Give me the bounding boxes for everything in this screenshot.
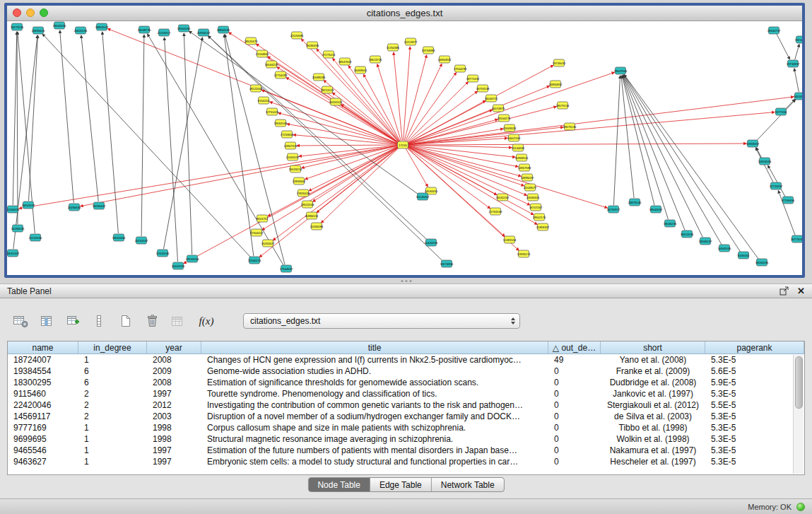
network-node[interactable]: 18542037 [649, 206, 663, 213]
network-node[interactable]: 12867315 [284, 142, 298, 149]
network-node[interactable]: 14895037 [521, 174, 534, 181]
tab-node-table[interactable]: Node Table [308, 478, 370, 491]
network-node[interactable]: 17826428 [297, 189, 310, 197]
network-node[interactable]: 19274936 [440, 260, 454, 267]
float-panel-icon[interactable] [779, 286, 789, 296]
tab-network-table[interactable]: Network Table [432, 478, 504, 491]
table-row[interactable]: 946362711997Embryonic stem cells: a mode… [8, 456, 804, 467]
network-node[interactable]: 16180335 [306, 42, 319, 49]
network-node[interactable]: 18675136 [563, 123, 577, 130]
network-node[interactable]: 20620194 [74, 27, 88, 34]
network-node[interactable]: 19734983 [422, 47, 435, 54]
network-node[interactable]: 22754183 [274, 71, 288, 78]
network-node[interactable]: 24850831 [438, 56, 452, 63]
table-mode-icon[interactable] [11, 313, 30, 329]
network-node[interactable]: 20402035 [172, 262, 185, 269]
network-node[interactable]: 16469501 [354, 66, 367, 74]
network-node[interactable]: 9277434 [775, 108, 787, 115]
network-node[interactable]: 12481554 [503, 236, 517, 243]
network-node[interactable]: 20984131 [305, 212, 319, 219]
network-node[interactable]: 21222036 [29, 234, 42, 241]
network-node[interactable]: 10969515 [515, 154, 529, 161]
column-header[interactable]: △ out_de… [548, 341, 601, 354]
network-node[interactable]: 10594325 [526, 194, 540, 201]
network-node[interactable]: 17705456 [782, 197, 795, 204]
network-node[interactable]: 18520473 [245, 37, 258, 45]
network-node[interactable]: 18412036 [681, 230, 694, 238]
network-node[interactable]: 16261527 [329, 98, 343, 105]
table-row[interactable]: 946554611997Estimation of the future num… [8, 445, 804, 456]
network-node[interactable]: 20089185 [312, 74, 326, 81]
network-node[interactable]: 19052035 [755, 259, 769, 266]
network-node[interactable]: 10442035 [425, 239, 438, 246]
column-header[interactable]: title [201, 341, 548, 354]
network-node[interactable]: 9613757 [257, 215, 269, 222]
network-node[interactable]: 16753138 [476, 85, 490, 92]
window-close-button[interactable] [13, 8, 21, 17]
table-row[interactable]: 1830029562008Estimation of significance … [8, 377, 804, 388]
network-node[interactable]: 19734937 [787, 60, 800, 67]
network-node[interactable]: 12835274 [517, 250, 531, 257]
network-node[interactable]: 19051636 [112, 234, 126, 241]
network-node[interactable]: 16044721 [485, 95, 498, 102]
network-node[interactable]: 19342036 [177, 25, 191, 32]
network-node[interactable]: 18771432 [466, 75, 480, 82]
network-node[interactable]: 21763169 [489, 208, 502, 215]
network-node[interactable]: 19033213 [289, 165, 302, 173]
network-node[interactable]: 19062034 [274, 119, 288, 127]
network-node[interactable]: 18547609 [339, 58, 352, 65]
network-node[interactable]: 16791977 [607, 206, 620, 213]
column-header[interactable]: name [8, 341, 78, 354]
network-node[interactable]: 17304412 [250, 229, 264, 236]
network-node[interactable]: 18842035 [217, 26, 230, 33]
table-selector-dropdown[interactable]: citations_edges.txt [243, 313, 520, 329]
network-node[interactable]: 18212013 [321, 86, 334, 93]
network-node[interactable]: 18575134 [556, 102, 570, 109]
network-node[interactable]: 21203317 [158, 29, 171, 36]
network-node[interactable]: 20260634 [68, 204, 81, 211]
network-node[interactable]: 10942035 [718, 245, 731, 252]
network-node[interactable]: 19042036 [53, 22, 66, 29]
network-node[interactable]: 15263427 [261, 240, 275, 247]
network-node[interactable]: 20833426 [32, 27, 45, 34]
window-zoom-button[interactable] [40, 8, 48, 17]
network-node[interactable]: 9154203 [258, 97, 270, 104]
window-minimize-button[interactable] [26, 8, 35, 17]
network-node[interactable]: 12859461 [293, 177, 306, 185]
column-header[interactable]: in_degree [78, 341, 147, 354]
column-header[interactable]: pagerank [705, 341, 804, 354]
network-node[interactable]: 9245032 [738, 252, 750, 259]
close-panel-icon[interactable]: ✕ [797, 287, 805, 296]
network-node[interactable]: 16707267 [529, 204, 543, 211]
network-node[interactable]: 17233664 [281, 131, 294, 138]
rows-icon[interactable] [90, 313, 108, 329]
table-row[interactable]: 977716911998Corpus callosum shape and si… [8, 422, 804, 433]
network-node[interactable]: 19048735 [138, 26, 151, 33]
network-node[interactable]: 12720337 [770, 182, 783, 189]
table-row[interactable]: 2242004622012Investigating the contribut… [8, 399, 804, 411]
network-node[interactable]: 10182035 [11, 225, 25, 232]
network-node[interactable]: 17240 [398, 141, 408, 148]
network-node[interactable]: 17554293 [454, 65, 467, 72]
scrollbar-thumb[interactable] [795, 356, 803, 409]
delete-icon[interactable] [142, 313, 160, 329]
network-node[interactable]: 10924535 [758, 158, 772, 165]
network-node[interactable]: 19502176 [533, 214, 546, 221]
memory-status-orb[interactable] [796, 503, 805, 511]
network-node[interactable]: 16162162 [496, 194, 510, 201]
network-node[interactable]: 19202037 [22, 201, 35, 209]
network-node[interactable]: 20934147 [197, 29, 211, 36]
network-node[interactable]: 21609324 [503, 124, 517, 132]
network-node[interactable]: 14607163 [507, 134, 521, 141]
network-node[interactable]: 14957583 [518, 164, 531, 171]
network-node[interactable]: 21062037 [286, 153, 300, 160]
network-node[interactable]: 21204841 [256, 50, 269, 57]
network-node[interactable]: 12213977 [404, 38, 418, 45]
network-node[interactable]: 18122004 [249, 85, 263, 92]
network-node[interactable]: 22049077 [524, 184, 537, 191]
table-row[interactable]: 1938455462009Genome-wide association stu… [8, 366, 804, 377]
network-node[interactable]: 19522043 [301, 201, 314, 208]
tab-edge-table[interactable]: Edge Table [370, 478, 432, 491]
network-window-titlebar[interactable]: citations_edges.txt [7, 6, 802, 21]
network-node[interactable]: 15959337 [746, 140, 760, 147]
